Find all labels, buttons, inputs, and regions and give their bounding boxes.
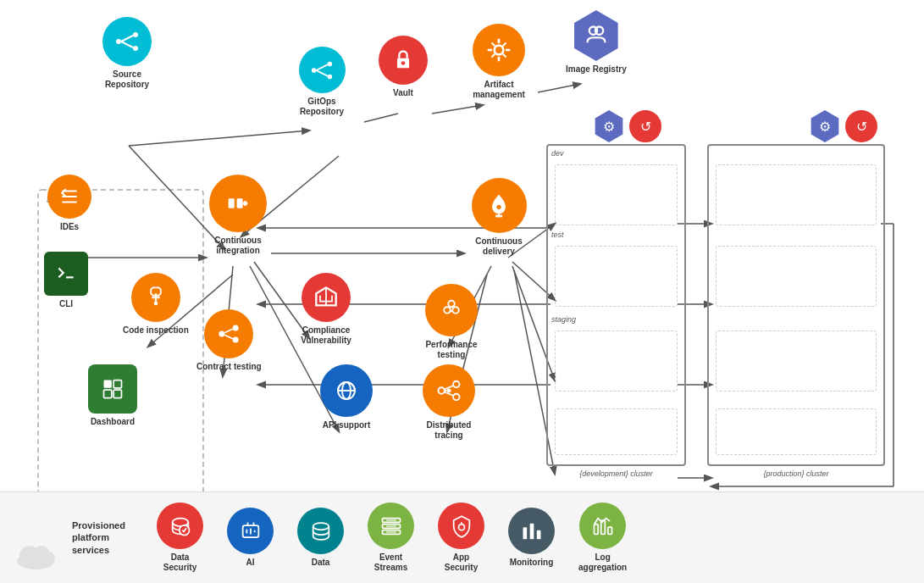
svg-rect-100: [536, 530, 540, 539]
cloud-icon: [13, 537, 59, 575]
ai-icon: [227, 508, 274, 554]
monitoring-icon: [508, 508, 555, 554]
cli-label: CLI: [59, 299, 73, 309]
svg-point-54: [233, 337, 239, 343]
svg-rect-76: [113, 390, 121, 397]
dashboard-icon: [88, 364, 137, 414]
cd-node: Continuous delivery: [465, 178, 533, 257]
svg-rect-101: [594, 524, 598, 534]
cd-label: Continuous delivery: [465, 236, 533, 257]
app-security-label: AppSecurity: [445, 552, 478, 573]
bottom-event-streams: EventStreams: [368, 502, 414, 573]
svg-point-68: [453, 394, 460, 401]
svg-point-53: [233, 325, 239, 331]
distributed-tracing-node: Distributed tracing: [415, 364, 483, 441]
svg-point-37: [328, 74, 333, 79]
svg-rect-98: [523, 527, 527, 539]
svg-point-32: [133, 46, 138, 51]
dev-env-box: [555, 164, 678, 225]
svg-point-66: [439, 387, 445, 394]
api-label: API support: [323, 420, 371, 430]
svg-point-41: [401, 61, 406, 65]
event-streams-icon: [368, 502, 414, 549]
extra-env-box: [555, 408, 678, 455]
vault-icon: [379, 36, 428, 85]
compliance-node: Compliance Vulnerability: [292, 273, 360, 346]
svg-line-5: [364, 114, 398, 122]
distributed-label: Distributed tracing: [415, 420, 483, 441]
vault-node: Vault: [379, 36, 428, 98]
svg-line-33: [121, 36, 133, 42]
svg-rect-74: [113, 380, 121, 388]
staging-label: staging: [551, 315, 576, 324]
image-registry-label: Image Registry: [566, 64, 627, 75]
svg-line-56: [225, 335, 233, 339]
vault-label: Vault: [393, 88, 413, 98]
data-icon: [297, 508, 344, 554]
k8s-icon-dev: ⚙: [593, 110, 625, 142]
compliance-label: Compliance Vulnerability: [292, 325, 360, 346]
svg-point-51: [154, 302, 158, 306]
provisioned-label: Provisionedplatformservices: [72, 519, 148, 556]
code-inspection-label: Code inspection: [123, 325, 189, 336]
dev-cluster-box: dev test staging {development} cluster: [546, 144, 686, 466]
prod-env-4: [716, 408, 877, 455]
svg-line-38: [316, 64, 327, 70]
prod-env-1: [716, 164, 877, 225]
bottom-app-security: AppSecurity: [438, 502, 484, 573]
test-env-box: [555, 246, 678, 307]
api-icon: [320, 364, 373, 417]
ides-label: IDEs: [60, 222, 79, 232]
prod-cluster-label: {production} cluster: [763, 469, 828, 478]
ides-node: IDEs: [47, 175, 91, 232]
svg-point-67: [453, 381, 460, 388]
svg-line-34: [121, 42, 133, 47]
image-registry-node: Image Registry: [566, 10, 627, 75]
cli-node: CLI: [44, 252, 88, 309]
ci-icon: [209, 175, 267, 232]
ai-label: AI: [246, 558, 255, 568]
svg-point-96: [458, 524, 464, 530]
dashboard-label: Dashboard: [91, 417, 135, 427]
svg-point-36: [328, 61, 333, 66]
svg-line-3: [129, 130, 309, 146]
svg-point-69: [447, 389, 451, 393]
prod-env-3: [716, 330, 877, 391]
monitoring-label: Monitoring: [510, 558, 554, 568]
prod-env-2: [716, 246, 877, 307]
svg-point-30: [116, 39, 121, 44]
contract-label: Contract testing: [196, 362, 262, 372]
svg-line-7: [538, 84, 580, 92]
source-repo-label: Source Repository: [93, 69, 161, 90]
test-label: test: [551, 230, 564, 239]
svg-point-48: [496, 204, 501, 208]
svg-line-55: [225, 329, 233, 333]
bottom-items: DataSecurity AI: [157, 502, 907, 573]
gitops-label: GitOps Repository: [288, 97, 356, 117]
compliance-icon: [302, 273, 351, 322]
data-security-label: DataSecurity: [163, 552, 196, 573]
code-inspection-icon: [131, 273, 180, 322]
bottom-section: Provisionedplatformservices DataSecurity: [0, 491, 924, 583]
prod-cluster-box: {production} cluster: [707, 144, 885, 466]
diagram-container: tools: [0, 0, 924, 583]
performance-icon: [425, 284, 478, 336]
bottom-data-security: DataSecurity: [157, 502, 203, 573]
svg-rect-46: [229, 198, 235, 208]
svg-rect-99: [529, 523, 534, 539]
artifact-icon: [473, 24, 525, 76]
svg-rect-47: [237, 198, 243, 208]
dev-label: dev: [551, 149, 564, 158]
ci-node: Continuous integration: [204, 175, 272, 256]
distributed-icon: [423, 364, 475, 417]
contract-testing-node: Contract testing: [196, 309, 262, 372]
data-label: Data: [312, 558, 330, 568]
svg-point-80: [41, 552, 55, 565]
performance-label: Performance testing: [418, 340, 485, 360]
source-repository-node: Source Repository: [93, 17, 161, 90]
cd-icon: [472, 178, 527, 233]
app-security-icon: [438, 502, 484, 549]
bottom-ai: AI: [227, 508, 274, 568]
refresh-icon-prod: ↺: [845, 110, 877, 142]
data-security-icon: [157, 502, 203, 549]
